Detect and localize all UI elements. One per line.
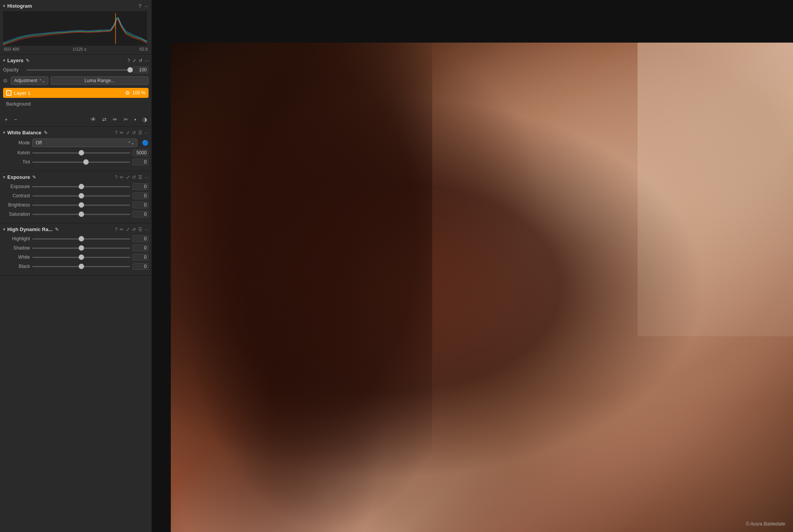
exposure-help-icon[interactable]: ? [115, 175, 117, 180]
contrast-thumb[interactable] [79, 193, 84, 198]
wb-kelvin-slider[interactable] [32, 152, 130, 154]
hdr-title: High Dynamic Ra... [7, 226, 53, 232]
layers-reset-icon[interactable]: ↺ [139, 58, 142, 63]
white-balance-header[interactable]: ▾ White Balance ✎ ? ✏ ⤢ ↺ ☰ ··· [3, 130, 149, 135]
exposure-brush-icon[interactable]: ✏ [120, 175, 124, 180]
exposure-value[interactable]: 0 [132, 183, 149, 190]
hdr-more-icon[interactable]: ··· [145, 227, 149, 232]
photo-container: © Ausra Babiedaite [152, 0, 793, 532]
histogram-more-icon[interactable]: ··· [144, 3, 149, 9]
layer-1-right: ⚙ 100 % [125, 90, 145, 96]
layers-more-icon[interactable]: ··· [145, 58, 149, 63]
white-balance-title-group: ▾ White Balance ✎ [3, 130, 48, 135]
wb-list-icon[interactable]: ☰ [138, 130, 142, 135]
highlight-slider[interactable] [32, 238, 130, 240]
exposure-label: Exposure [3, 184, 30, 189]
foreground-figure [171, 43, 432, 532]
wb-brush-icon[interactable]: ✏ [120, 130, 124, 135]
wb-tint-slider[interactable] [32, 162, 130, 163]
white-slider[interactable] [32, 257, 130, 258]
hdr-help-icon[interactable]: ? [115, 227, 117, 232]
opacity-slider[interactable] [26, 69, 130, 71]
saturation-slider[interactable] [32, 214, 130, 215]
shadow-label: Shadow [3, 245, 30, 251]
visibility-icon[interactable]: 👁 [89, 116, 97, 123]
layers-actions: ? ⤢ ↺ ··· [127, 58, 149, 63]
exposure-reset-icon[interactable]: ↺ [132, 175, 136, 180]
histogram-title-group: ▾ Histogram [3, 3, 32, 9]
exposure-pen-icon[interactable]: ✎ [32, 175, 36, 180]
remove-layer-button[interactable]: − [12, 116, 18, 123]
opacity-thumb[interactable] [127, 67, 133, 73]
hdr-link-icon[interactable]: ⤢ [126, 227, 130, 232]
type-dropdown[interactable]: Adjustment ⌃⌄ [11, 76, 48, 85]
erase-icon[interactable]: ✂ [122, 116, 130, 123]
hdr-reset-icon[interactable]: ↺ [132, 227, 136, 232]
shadow-thumb[interactable] [79, 245, 84, 251]
wb-help-icon[interactable]: ? [115, 130, 117, 135]
brush-icon[interactable]: ✏ [111, 116, 119, 123]
layer-1-item[interactable]: ✓ Layer 1 ⚙ 100 % [3, 88, 149, 98]
wb-chevron-icon[interactable]: ▾ [3, 131, 5, 135]
add-layer-button[interactable]: + [3, 116, 9, 123]
black-slider[interactable] [32, 266, 130, 267]
wb-eyedropper-icon[interactable]: 🔵 [142, 140, 149, 146]
highlight-row: Highlight 0 [3, 235, 149, 242]
brightness-thumb[interactable] [79, 202, 84, 208]
exposure-chevron-icon[interactable]: ▾ [3, 175, 5, 179]
wb-reset-icon[interactable]: ↺ [132, 130, 136, 135]
histogram-canvas [3, 11, 147, 46]
left-panel: ▾ Histogram ? ··· ISO 400 [0, 0, 152, 532]
saturation-thumb[interactable] [79, 211, 84, 217]
black-value[interactable]: 0 [132, 263, 149, 270]
wb-kelvin-thumb[interactable] [79, 150, 84, 155]
background-item[interactable]: Background [3, 99, 149, 109]
wb-pen-icon[interactable]: ✎ [44, 130, 48, 135]
wb-tint-thumb[interactable] [83, 159, 89, 165]
highlight-value[interactable]: 0 [132, 235, 149, 242]
white-value[interactable]: 0 [132, 254, 149, 261]
wb-tint-value[interactable]: 0 [132, 159, 149, 165]
highlight-thumb[interactable] [79, 236, 84, 241]
transfer-icon[interactable]: ⇄ [101, 116, 108, 123]
layers-pen-icon[interactable]: ✎ [26, 58, 30, 63]
wb-more-icon[interactable]: ··· [145, 130, 149, 135]
opacity-value[interactable]: 100 [132, 66, 149, 73]
wb-kelvin-row: Kelvin 5000 [3, 149, 149, 156]
wb-kelvin-value[interactable]: 5000 [132, 149, 149, 156]
histogram-help-icon[interactable]: ? [139, 3, 141, 9]
brightness-slider[interactable] [32, 205, 130, 206]
exposure-more-icon[interactable]: ··· [145, 175, 149, 180]
photo-image [171, 43, 793, 532]
shadow-value[interactable]: 0 [132, 245, 149, 251]
layers-link-icon[interactable]: ⤢ [132, 58, 136, 63]
layer-1-checkbox[interactable]: ✓ [6, 90, 12, 96]
luma-range-button[interactable]: Luma Range... [51, 76, 149, 85]
hdr-pen-icon[interactable]: ✎ [55, 227, 59, 232]
gradient-icon[interactable]: ◑ [141, 116, 149, 123]
wb-link-icon[interactable]: ⤢ [126, 130, 130, 135]
white-thumb[interactable] [79, 254, 84, 260]
exposure-thumb[interactable] [79, 184, 84, 189]
contrast-slider[interactable] [32, 195, 130, 197]
layers-chevron-icon[interactable]: ▾ [3, 58, 5, 63]
histogram-title: Histogram [7, 3, 32, 9]
wb-mode-dropdown[interactable]: Off ⌃⌄ [32, 139, 137, 147]
hdr-brush-icon[interactable]: ✏ [120, 227, 124, 232]
hdr-chevron-icon[interactable]: ▾ [3, 227, 5, 231]
black-thumb[interactable] [79, 264, 84, 269]
brightness-value[interactable]: 0 [132, 202, 149, 208]
fill-icon[interactable]: ▪ [133, 116, 138, 123]
hdr-header[interactable]: ▾ High Dynamic Ra... ✎ ? ✏ ⤢ ↺ ☰ ··· [3, 226, 149, 232]
exposure-list-icon[interactable]: ☰ [138, 175, 142, 180]
hdr-list-icon[interactable]: ☰ [138, 227, 142, 232]
saturation-value[interactable]: 0 [132, 211, 149, 218]
exposure-link-icon[interactable]: ⤢ [126, 175, 130, 180]
histogram-chevron-icon[interactable]: ▾ [3, 4, 5, 8]
exposure-slider[interactable] [32, 186, 130, 187]
contrast-value[interactable]: 0 [132, 192, 149, 199]
type-dropdown-label: Adjustment [14, 78, 37, 83]
shadow-slider[interactable] [32, 248, 130, 249]
exposure-header[interactable]: ▾ Exposure ✎ ? ✏ ⤢ ↺ ☰ ··· [3, 174, 149, 180]
layers-help-icon[interactable]: ? [127, 58, 130, 63]
